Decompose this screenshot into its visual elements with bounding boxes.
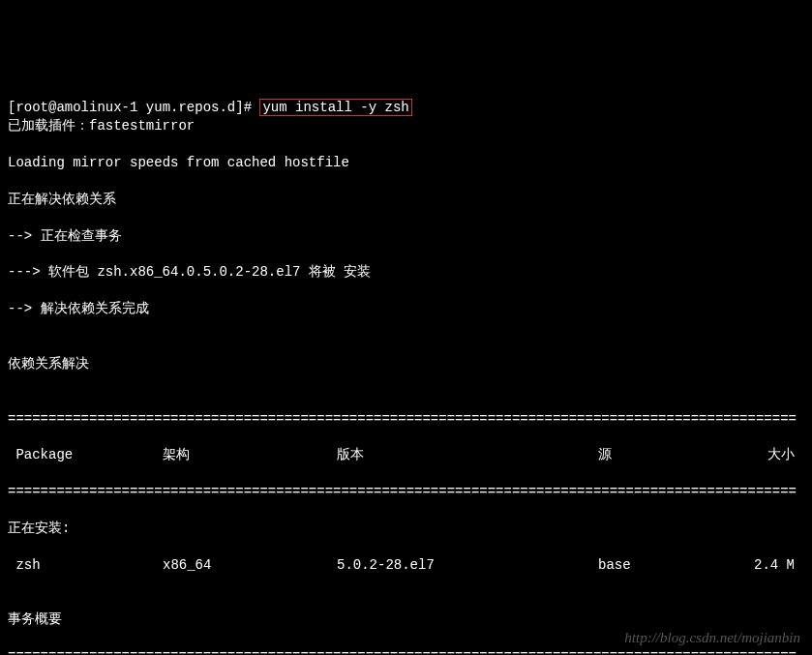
output-line: --> 解决依赖关系完成 bbox=[8, 300, 804, 318]
installing-label: 正在安装: bbox=[8, 520, 804, 538]
col-arch: 架构 bbox=[163, 446, 337, 464]
terminal-output: [root@amolinux-1 yum.repos.d]# yum insta… bbox=[8, 81, 804, 655]
output-line: 依赖关系解决 bbox=[8, 355, 804, 373]
cell-version: 5.0.2-28.el7 bbox=[337, 556, 598, 575]
output-line: Loading mirror speeds from cached hostfi… bbox=[8, 154, 804, 172]
separator-line: ========================================… bbox=[8, 483, 804, 501]
separator-line: ========================================… bbox=[8, 647, 804, 655]
table-data-row: zshx86_645.0.2-28.el7base2.4 M bbox=[8, 556, 804, 575]
col-size: 大小 bbox=[743, 446, 804, 464]
output-line: 事务概要 bbox=[8, 610, 804, 629]
output-line: 已加载插件：fastestmirror bbox=[8, 117, 804, 135]
cell-package: zsh bbox=[8, 556, 163, 575]
output-line: 正在解决依赖关系 bbox=[8, 191, 804, 209]
col-repo: 源 bbox=[598, 446, 743, 464]
cell-repo: base bbox=[598, 556, 743, 575]
command-highlight: yum install -y zsh bbox=[259, 99, 411, 116]
output-line: ---> 软件包 zsh.x86_64.0.5.0.2-28.el7 将被 安装 bbox=[8, 263, 804, 282]
cell-size: 2.4 M bbox=[743, 556, 804, 575]
col-version: 版本 bbox=[337, 446, 598, 464]
output-line: --> 正在检查事务 bbox=[8, 227, 804, 246]
separator-line: ========================================… bbox=[8, 410, 804, 429]
shell-prompt: [root@amolinux-1 yum.repos.d]# yum insta… bbox=[8, 99, 412, 116]
table-header-row: Package架构版本源大小 bbox=[8, 446, 804, 464]
prompt-prefix: [root@amolinux-1 yum.repos.d]# bbox=[8, 100, 259, 115]
cell-arch: x86_64 bbox=[163, 556, 337, 575]
col-package: Package bbox=[8, 446, 163, 464]
watermark-text: http://blog.csdn.net/mojianbin bbox=[624, 628, 800, 647]
